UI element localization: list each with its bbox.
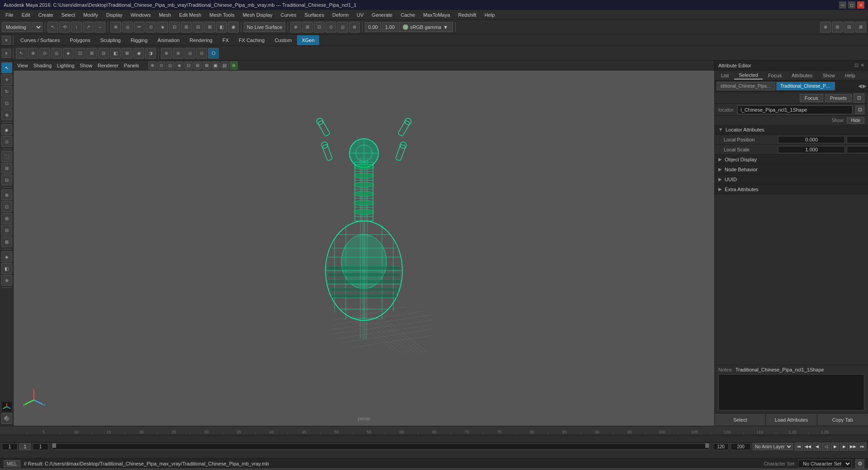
- tb-xgen3[interactable]: ⊙: [39, 48, 50, 59]
- uuid-section[interactable]: ▶ UUID: [715, 174, 868, 184]
- menu-display[interactable]: Display: [103, 11, 126, 19]
- node-behavior-section[interactable]: ▶ Node Behavior: [715, 164, 868, 174]
- range-start-handle[interactable]: [52, 443, 56, 448]
- play-reverse-btn[interactable]: ◁: [822, 442, 830, 451]
- tb-right2[interactable]: ⊞: [832, 22, 843, 33]
- tb-right3[interactable]: ⊟: [844, 22, 854, 33]
- cat-rigging[interactable]: Rigging: [126, 35, 152, 45]
- tb-xgen13[interactable]: ⊕: [161, 48, 172, 59]
- tb-snap3[interactable]: ⊡: [314, 22, 325, 33]
- viewport[interactable]: View Shading Lighting Show Renderer Pane…: [14, 61, 714, 426]
- tb-tool5[interactable]: ↔: [94, 22, 105, 33]
- end-range-input[interactable]: [713, 443, 729, 450]
- menu-help[interactable]: Help: [481, 11, 499, 19]
- menu-surfaces[interactable]: Surfaces: [301, 11, 328, 19]
- cat-xgen[interactable]: XGen: [297, 35, 319, 45]
- attr-close-btn[interactable]: ✕: [860, 62, 864, 68]
- go-to-start-btn[interactable]: ⏮: [795, 442, 803, 451]
- tb-right4[interactable]: ⊠: [855, 22, 866, 33]
- notes-textarea[interactable]: [718, 374, 864, 410]
- cat-rendering[interactable]: Rendering: [185, 35, 217, 45]
- minimize-button[interactable]: ─: [839, 1, 846, 9]
- lt-move[interactable]: ✛: [1, 74, 12, 85]
- lt-scale[interactable]: ⊡: [1, 98, 12, 108]
- vp-tb7[interactable]: ⊠: [203, 61, 211, 70]
- lt-tool16[interactable]: ◈: [1, 251, 12, 262]
- locator-attrs-section[interactable]: ▼ Locator Attributes: [715, 125, 868, 135]
- tb-soft-sel[interactable]: ⊙: [146, 22, 156, 33]
- attr-tab-help[interactable]: Help: [840, 72, 860, 79]
- node-tab-2[interactable]: Traditional_Chinese_Pipa_ncl1_1Shape: [776, 82, 835, 90]
- menu-maxtomaya[interactable]: MaxToMaya: [420, 11, 453, 19]
- anim-layer-selector[interactable]: No Anim Layer: [753, 443, 793, 450]
- no-live-surface[interactable]: No Live Surface: [244, 22, 285, 32]
- cat-custom[interactable]: Custom: [270, 35, 297, 45]
- vp-tb3[interactable]: ◎: [166, 61, 175, 70]
- tb-tool2[interactable]: ⟲: [59, 22, 70, 33]
- value1-display[interactable]: 0.00: [365, 22, 381, 32]
- next-key-btn[interactable]: ▶▶: [849, 442, 857, 451]
- workspace-selector[interactable]: Modeling: [2, 22, 42, 32]
- tb-xgen5[interactable]: ◈: [63, 48, 74, 59]
- attr-options-btn[interactable]: ⊡: [854, 94, 864, 103]
- object-display-section[interactable]: ▶ Object Display: [715, 155, 868, 164]
- attr-tab-list[interactable]: List: [717, 72, 733, 79]
- attr-tab-attributes[interactable]: Attributes: [787, 72, 817, 79]
- vp-tb6[interactable]: ⊞: [193, 61, 202, 70]
- tb-xgen8[interactable]: ⊟: [98, 48, 109, 59]
- cat-fx[interactable]: FX: [218, 35, 233, 45]
- presets-button[interactable]: Presets: [825, 94, 852, 102]
- tb-xgen12[interactable]: ◑: [145, 48, 156, 59]
- lt-tool11[interactable]: ⊕: [1, 189, 12, 200]
- copy-tab-button[interactable]: Copy Tab: [817, 414, 868, 426]
- current-frame-input[interactable]: [33, 443, 48, 450]
- tb-snap5[interactable]: ◎: [337, 22, 348, 33]
- prev-key-btn[interactable]: ◀◀: [804, 442, 812, 451]
- tb-snap4[interactable]: ⊙: [326, 22, 336, 33]
- menu-redshift[interactable]: Redshift: [454, 11, 480, 19]
- menu-mesh-tools[interactable]: Mesh Tools: [206, 11, 238, 19]
- vp-tb2[interactable]: ⊙: [157, 61, 165, 70]
- vp-view-menu[interactable]: View: [17, 63, 28, 68]
- tb-tool11[interactable]: ⊡: [169, 22, 180, 33]
- menu-edit-mesh[interactable]: Edit Mesh: [175, 11, 205, 19]
- vp-panels-menu[interactable]: Panels: [124, 63, 139, 68]
- local-scale-y[interactable]: [847, 146, 868, 153]
- menu-curves[interactable]: Curves: [277, 11, 300, 19]
- lt-tool17[interactable]: ◧: [1, 263, 12, 274]
- vp-camera1[interactable]: ▣: [212, 61, 220, 70]
- range-end-handle[interactable]: [705, 443, 709, 448]
- value2-display[interactable]: 1.00: [382, 22, 398, 32]
- menu-edit[interactable]: Edit: [18, 11, 34, 19]
- mel-label[interactable]: MEL: [4, 460, 20, 467]
- load-attributes-button[interactable]: Load Attributes: [766, 414, 817, 426]
- lt-rotate[interactable]: ↻: [1, 86, 12, 97]
- node-tab-1[interactable]: iditional_Chinese_Pipa_ncl1_1: [717, 82, 775, 90]
- vp-show-menu[interactable]: Show: [80, 63, 93, 68]
- tb-xgen16[interactable]: ⊙: [196, 48, 207, 59]
- menu-mesh-display[interactable]: Mesh Display: [239, 11, 276, 19]
- maximize-button[interactable]: □: [848, 1, 855, 9]
- play-btn[interactable]: ▶: [831, 442, 839, 451]
- menu-cache[interactable]: Cache: [397, 11, 419, 19]
- menu-file[interactable]: File: [2, 11, 17, 19]
- tb-marquee[interactable]: ⊕: [110, 22, 121, 33]
- range-bar[interactable]: [52, 443, 709, 450]
- vp-lighting-menu[interactable]: Lighting: [57, 63, 75, 68]
- vp-camera2[interactable]: ▤: [221, 61, 229, 70]
- tb-snap2[interactable]: ⊞: [302, 22, 313, 33]
- cat-animation[interactable]: Animation: [153, 35, 184, 45]
- lt-world-axis[interactable]: [1, 401, 12, 412]
- cat-fx-caching[interactable]: FX Caching: [234, 35, 269, 45]
- menu-uv[interactable]: UV: [353, 11, 367, 19]
- tb-snap6[interactable]: ⊛: [349, 22, 360, 33]
- prev-frame-btn[interactable]: ◀: [813, 442, 821, 451]
- tb-xgen2[interactable]: ⊕: [28, 48, 38, 59]
- tb-xgen14[interactable]: ⊛: [173, 48, 184, 59]
- tb-tool10[interactable]: ◈: [157, 22, 168, 33]
- menu-create[interactable]: Create: [35, 11, 57, 19]
- cat-polygons[interactable]: Polygons: [65, 35, 94, 45]
- tb-xgen6[interactable]: ⊡: [75, 48, 85, 59]
- vp-renderer-menu[interactable]: Renderer: [98, 63, 118, 68]
- gamma-selector[interactable]: sRGB gamma ▼: [399, 22, 453, 32]
